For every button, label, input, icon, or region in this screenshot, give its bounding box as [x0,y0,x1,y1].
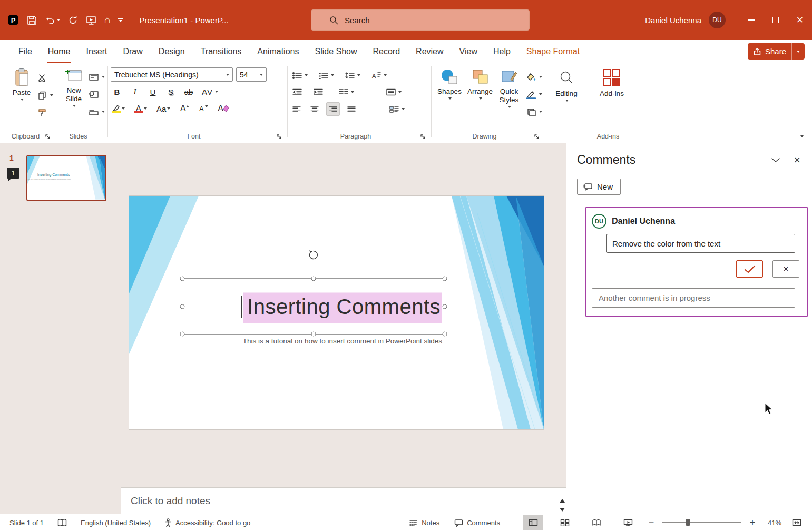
resize-handle-e[interactable] [443,304,447,309]
highlighted-title[interactable]: Inserting Comments [243,292,442,323]
fit-to-window-button[interactable] [787,515,807,530]
quick-styles-dropdown-icon[interactable] [508,106,511,108]
resize-handle-w[interactable] [180,304,185,309]
shape-effects-button[interactable] [526,105,542,118]
tab-shape-format[interactable]: Shape Format [518,40,588,63]
notes-scrollbar[interactable] [560,499,565,512]
normal-view-button[interactable] [523,515,543,530]
panel-collapse-icon[interactable] [771,155,780,165]
font-color-dropdown-icon[interactable] [144,107,147,110]
paste-dropdown-icon[interactable] [21,99,24,101]
strikethrough-button[interactable]: ab [182,85,195,99]
layout-dropdown-icon[interactable] [102,76,105,78]
shape-fill-button[interactable] [526,71,542,83]
reading-view-button[interactable] [586,515,606,530]
arrange-button[interactable]: Arrange [465,64,495,130]
bullets-button[interactable] [290,68,309,82]
shapes-dropdown-icon[interactable] [448,97,452,100]
highlight-color-button[interactable] [111,102,126,115]
shape-effects-dropdown-icon[interactable] [539,111,542,113]
slide-subtitle-text[interactable]: This is a tutorial on how to insert comm… [182,337,442,345]
smartart-dropdown-icon[interactable] [402,108,405,110]
copy-dropdown-icon[interactable] [50,94,53,96]
increase-font-button[interactable]: A [178,102,191,115]
slideshow-view-button[interactable] [618,515,638,530]
notes-pane[interactable]: Click to add notes [121,487,566,514]
shape-outline-button[interactable] [526,88,542,101]
shape-fill-dropdown-icon[interactable] [539,76,542,78]
redo-icon[interactable] [68,13,78,27]
maximize-button[interactable] [764,0,788,40]
line-spacing-dropdown-icon[interactable] [357,74,360,76]
align-right-button[interactable] [326,102,340,116]
share-dropdown-icon[interactable] [792,43,805,60]
bold-button[interactable]: B [111,85,123,99]
highlight-dropdown-icon[interactable] [122,107,125,110]
text-direction-dropdown-icon[interactable] [384,74,387,76]
arrange-dropdown-icon[interactable] [479,97,482,100]
columns-dropdown-icon[interactable] [351,91,354,93]
resize-handle-n[interactable] [311,277,316,281]
zoom-out-button[interactable]: − [645,517,657,528]
addins-button[interactable]: Add-ins [591,64,633,130]
user-name[interactable]: Daniel Uchenna [645,16,701,25]
drawing-dialog-launcher[interactable] [534,133,540,139]
reset-slide-button[interactable] [89,88,105,101]
resize-handle-sw[interactable] [180,332,185,337]
tab-insert[interactable]: Insert [78,40,115,63]
zoom-slider[interactable] [662,522,741,523]
change-case-dropdown-icon[interactable] [167,107,170,110]
tab-slide-show[interactable]: Slide Show [307,40,365,63]
align-center-button[interactable] [308,102,321,116]
tab-help[interactable]: Help [485,40,518,63]
numbering-dropdown-icon[interactable] [331,74,334,76]
close-button[interactable]: × [788,0,812,40]
italic-button[interactable]: I [129,85,141,99]
font-size-dropdown-icon[interactable] [260,74,263,76]
tab-transitions[interactable]: Transitions [193,40,250,63]
comment-card[interactable]: DU Daniel Uchenna × [585,206,808,317]
powerpoint-logo-icon[interactable]: P [7,13,19,27]
tab-record[interactable]: Record [365,40,408,63]
shapes-button[interactable]: Shapes [434,64,465,130]
scroll-up-icon[interactable] [560,499,565,503]
save-icon[interactable] [27,13,37,27]
line-spacing-button[interactable] [343,68,362,82]
convert-to-smartart-button[interactable] [387,102,406,116]
panel-close-icon[interactable]: × [794,153,800,167]
start-slideshow-icon[interactable] [86,13,96,27]
font-size-combo[interactable]: 54 [236,67,267,82]
align-text-button[interactable] [384,85,403,99]
section-dropdown-icon[interactable] [102,111,105,113]
align-left-button[interactable] [290,102,303,116]
comments-toggle-button[interactable]: Comments [447,514,507,531]
language-indicator[interactable]: English (United States) [81,519,151,527]
scroll-down-icon[interactable] [560,508,565,512]
clear-formatting-button[interactable]: A [216,102,230,115]
slide-sorter-view-button[interactable] [555,515,575,530]
slide-title-text[interactable]: Inserting Comments [241,294,442,318]
zoom-slider-thumb[interactable] [686,519,690,526]
character-spacing-dropdown-icon[interactable] [215,91,218,93]
new-slide-button[interactable]: New Slide [59,64,89,130]
resize-handle-s[interactable] [311,332,316,337]
resize-handle-ne[interactable] [443,277,447,281]
search-input[interactable]: Search [311,9,530,31]
resize-handle-se[interactable] [443,332,447,337]
share-button[interactable]: Share [748,43,805,60]
cut-button[interactable] [38,72,53,84]
font-name-combo[interactable]: Trebuchet MS (Headings) [111,67,233,82]
editing-dropdown-icon[interactable] [565,100,569,102]
share-button-main[interactable]: Share [748,43,791,60]
notes-placeholder[interactable]: Click to add notes [131,495,210,507]
paste-button[interactable]: Paste [5,64,38,130]
numbering-button[interactable] [317,68,336,82]
tab-animations[interactable]: Animations [249,40,307,63]
resize-handle-nw[interactable] [180,277,185,281]
slide[interactable]: Inserting Comments This is a tutorial on… [129,196,544,429]
font-dialog-launcher[interactable] [276,133,282,139]
home-icon[interactable]: ⌂ [104,13,110,27]
comment-text-input[interactable] [606,234,795,253]
copy-button[interactable] [38,89,53,102]
section-button[interactable] [89,105,105,118]
